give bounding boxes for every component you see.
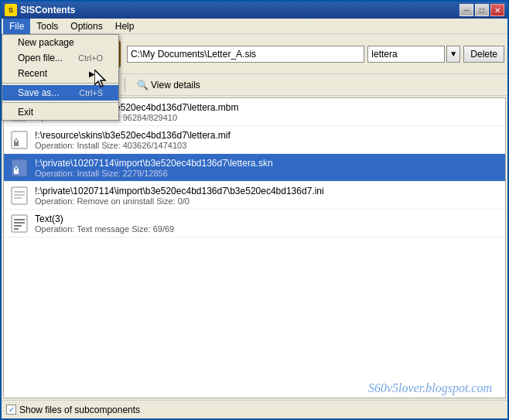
file-path-2: !:\resource\skins\b3e520ec4bd136d7\lette… bbox=[35, 130, 231, 141]
view-details-icon: 🔍 bbox=[137, 80, 149, 90]
table-row[interactable]: !:\private\10207114\import\b3e520ec4bd13… bbox=[4, 154, 505, 182]
status-bar: ✓ Show files of subcomponents bbox=[2, 400, 507, 418]
file-dropdown: New package Open file... Ctrl+O Recent ▶… bbox=[2, 34, 119, 121]
path-input[interactable] bbox=[127, 46, 364, 63]
close-button[interactable]: ✕ bbox=[490, 4, 504, 16]
file-path-4: !:\private\10207114\import\b3e520ec4bd13… bbox=[35, 186, 324, 196]
table-row[interactable]: Text(3) Operation: Text message Size: 69… bbox=[4, 210, 505, 237]
action-sep-2 bbox=[125, 78, 125, 92]
app-icon: S bbox=[5, 4, 17, 16]
file-sub-3: Operation: Install Size: 2279/12856 bbox=[35, 169, 273, 178]
title-bar: S SISContents ─ □ ✕ bbox=[2, 2, 507, 19]
table-row[interactable]: !:\resource\skins\b3e520ec4bd136d7\lette… bbox=[4, 126, 505, 154]
svg-point-6 bbox=[15, 139, 18, 142]
file-icon-2 bbox=[10, 131, 29, 149]
main-window: S SISContents ─ □ ✕ File Tools Options H… bbox=[0, 0, 509, 420]
menu-recent[interactable]: Recent ▶ bbox=[2, 66, 118, 81]
file-icon-5 bbox=[10, 214, 29, 233]
menu-exit[interactable]: Exit bbox=[2, 104, 118, 120]
svg-rect-7 bbox=[12, 159, 27, 176]
file-sub-5: Operation: Text message Size: 69/69 bbox=[35, 224, 174, 234]
svg-rect-4 bbox=[12, 131, 27, 149]
window-controls: ─ □ ✕ bbox=[459, 4, 504, 16]
file-info-2: !:\resource\skins\b3e520ec4bd136d7\lette… bbox=[35, 130, 231, 150]
file-info-5: Text(3) Operation: Text message Size: 69… bbox=[35, 213, 174, 234]
name-input-wrap: ▼ bbox=[367, 46, 460, 63]
menu-options[interactable]: Options bbox=[64, 19, 108, 34]
window-title: SISContents bbox=[20, 5, 459, 15]
menu-open-file[interactable]: Open file... Ctrl+O bbox=[2, 50, 118, 66]
menu-help[interactable]: Help bbox=[109, 19, 141, 34]
file-icon-3 bbox=[10, 159, 29, 177]
svg-point-9 bbox=[15, 167, 18, 169]
name-input[interactable] bbox=[367, 46, 445, 63]
menu-file[interactable]: File bbox=[3, 19, 30, 34]
file-list: !:\resource\skins\b3e520ec4bd136d7\lette… bbox=[3, 97, 506, 398]
file-info-4: !:\private\10207114\import\b3e520ec4bd13… bbox=[35, 186, 324, 206]
view-details-button[interactable]: 🔍 View details bbox=[132, 77, 206, 93]
minimize-button[interactable]: ─ bbox=[459, 4, 473, 16]
table-row[interactable]: !:\private\10207114\import\b3e520ec4bd13… bbox=[4, 182, 505, 210]
menu-separator-2 bbox=[2, 102, 118, 103]
name-dropdown-arrow[interactable]: ▼ bbox=[446, 46, 460, 63]
show-subcomponents-label: Show files of subcomponents bbox=[19, 405, 140, 415]
show-subcomponents-checkbox[interactable]: ✓ bbox=[6, 405, 16, 415]
file-icon-4 bbox=[10, 186, 29, 205]
menu-new-package[interactable]: New package bbox=[2, 35, 118, 50]
file-path-3: !:\private\10207114\import\b3e520ec4bd13… bbox=[35, 158, 273, 169]
path-delete-button[interactable]: Delete bbox=[463, 46, 504, 63]
menu-bar: File Tools Options Help New package Open… bbox=[2, 19, 507, 34]
menu-separator-1 bbox=[2, 83, 118, 84]
maximize-button[interactable]: □ bbox=[475, 4, 489, 16]
menu-save-as[interactable]: Save as... Ctrl+S bbox=[2, 85, 118, 101]
svg-rect-10 bbox=[12, 187, 27, 204]
file-info-3: !:\private\10207114\import\b3e520ec4bd13… bbox=[35, 158, 273, 178]
file-sub-2: Operation: Install Size: 403626/1474103 bbox=[35, 141, 231, 150]
file-sub-4: Operation: Remove on uninstall Size: 0/0 bbox=[35, 196, 324, 206]
file-path-5: Text(3) bbox=[35, 213, 174, 224]
menu-tools[interactable]: Tools bbox=[30, 19, 64, 34]
